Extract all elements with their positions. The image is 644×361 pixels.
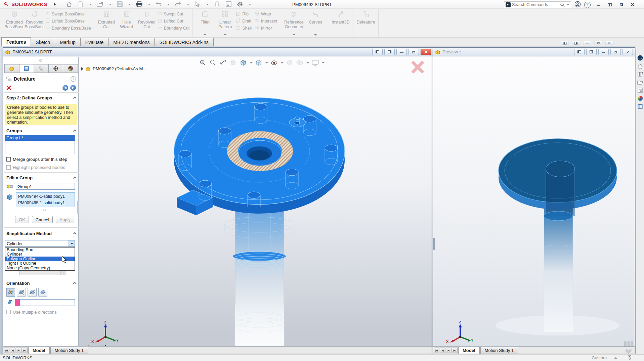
preview-tab-last-button[interactable]: ▶| (452, 348, 458, 353)
wrap-button[interactable]: Wrap (254, 10, 277, 17)
reference-geometry-caret-icon[interactable] (293, 34, 295, 36)
shell-button[interactable]: Shell (235, 25, 252, 32)
file-explorer-icon[interactable] (637, 79, 644, 86)
panel-cancel-icon[interactable] (6, 85, 11, 90)
hole-wizard-button[interactable]: Hole Wizard (117, 10, 136, 37)
taskpane-home-icon[interactable] (637, 62, 644, 70)
linear-pattern-button[interactable]: Linear Pattern (215, 10, 235, 37)
search-input[interactable] (512, 2, 559, 7)
hide-show-items-icon[interactable] (270, 59, 278, 67)
custom-properties-icon[interactable] (637, 103, 644, 110)
extruded-boss-button[interactable]: Extruded Boss/Base (5, 10, 24, 37)
status-expand-icon[interactable] (614, 357, 617, 359)
groups-collapse-icon[interactable] (73, 130, 77, 133)
preview-motion-study-tab[interactable]: Motion Study 1 (480, 347, 518, 354)
view-orientation-caret-icon[interactable] (250, 62, 253, 63)
step-forward-button[interactable]: ▶ (70, 85, 76, 91)
section-view-icon[interactable] (229, 59, 237, 67)
previewwin-split-right-button[interactable] (586, 49, 597, 55)
method-option-none-copy-geometry[interactable]: None (Copy Geometry) (5, 266, 75, 270)
boundary-cut-button[interactable]: Boundary Cut (157, 25, 189, 32)
method-dropdown-icon[interactable] (69, 240, 75, 246)
step-back-button[interactable]: ◀ (62, 85, 68, 91)
curves-button[interactable]: Curves (306, 10, 325, 37)
open-icon[interactable] (97, 1, 103, 8)
docwin-minimize-button[interactable] (396, 49, 407, 55)
previewwin-split-left-button[interactable] (574, 49, 585, 55)
dimxpertmanager-tab[interactable] (49, 64, 63, 73)
touch-mode-icon[interactable] (214, 1, 220, 8)
flyout-feature-tree[interactable]: PM009492 (Default<As M... (81, 66, 146, 71)
bodies-selection-list[interactable]: PM009494-1-solid body1 PM009495-1-solid … (16, 192, 75, 207)
linear-pattern-caret-icon[interactable] (224, 34, 226, 36)
settings-caret-icon[interactable] (249, 4, 251, 5)
tree-expand-icon[interactable] (81, 67, 83, 71)
docwin-close-button[interactable] (421, 49, 431, 55)
view-orientation-icon[interactable] (239, 59, 247, 67)
apply-button[interactable]: Apply (56, 216, 74, 223)
lofted-cut-button[interactable]: Lofted Cut (157, 17, 189, 25)
draft-button[interactable]: Draft (235, 17, 252, 25)
motion-study-tab[interactable]: Motion Study 1 (50, 347, 88, 354)
reference-geometry-button[interactable]: Reference Geometry (283, 10, 305, 37)
account-icon[interactable] (574, 1, 581, 8)
docwin-split-left-button[interactable] (372, 49, 383, 55)
mirror-button[interactable]: Mirror (254, 25, 277, 32)
print-caret-icon[interactable] (148, 4, 151, 5)
bgwin-split-right-button[interactable] (572, 41, 580, 45)
previewwin-close-button[interactable] (622, 49, 633, 55)
undo-icon[interactable] (155, 1, 162, 8)
status-tag-icon[interactable] (626, 355, 631, 361)
tab-markup[interactable]: Markup (55, 38, 81, 46)
hide-show-caret-icon[interactable] (281, 62, 284, 63)
redo-caret-icon[interactable] (187, 4, 189, 5)
appearances-icon[interactable] (637, 95, 644, 102)
orientation-x-button[interactable] (17, 288, 26, 297)
orientation-collapse-icon[interactable] (73, 282, 77, 285)
tab-sketch[interactable]: Sketch (31, 38, 55, 46)
options-list-icon[interactable] (225, 1, 232, 8)
window-splitter[interactable] (433, 238, 435, 250)
intersect-button[interactable]: Intersect (254, 17, 277, 25)
highlight-bodies-checkbox[interactable] (6, 165, 11, 170)
view-settings-icon[interactable] (311, 59, 319, 67)
bodies-resize-grip[interactable] (43, 209, 46, 211)
zoom-fit-icon[interactable] (199, 59, 207, 67)
bgwin-restore-button[interactable] (594, 41, 602, 45)
revolved-boss-button[interactable]: Revolved Boss/Base (25, 10, 44, 37)
design-library-icon[interactable] (637, 71, 644, 78)
edit-appearance-icon[interactable] (286, 59, 294, 67)
new-document-icon[interactable] (77, 1, 84, 8)
preview-tab-first-button[interactable]: |◀ (434, 348, 439, 353)
simplification-method-select[interactable]: Cylinder (5, 240, 75, 247)
multiple-directions-checkbox[interactable] (6, 310, 11, 314)
lofted-boss-button[interactable]: Lofted Boss/Base (45, 17, 91, 25)
app-close-icon[interactable] (631, 3, 634, 6)
preview-model-tab[interactable]: Model (458, 347, 480, 354)
view-settings-caret-icon[interactable] (322, 62, 325, 63)
settings-gear-icon[interactable] (237, 1, 243, 8)
cancel-button[interactable]: Cancel (32, 216, 53, 223)
ok-button[interactable]: OK (15, 216, 29, 223)
search-icon[interactable] (560, 2, 565, 7)
view-palette-icon[interactable] (637, 87, 644, 94)
status-custom-label[interactable]: Custom (592, 355, 607, 360)
method-option-cylinder[interactable]: Cylinder (5, 252, 75, 257)
method-option-bounding-box[interactable]: Bounding Box (5, 247, 75, 252)
configurationmanager-tab[interactable] (34, 64, 49, 73)
select-pointer-icon[interactable] (194, 1, 201, 8)
tab-evaluate[interactable]: Evaluate (80, 38, 109, 46)
search-caret-icon[interactable] (567, 4, 569, 5)
preview-tab-prev-button[interactable]: ◀ (440, 348, 445, 353)
body-item-2[interactable]: PM009495-1-solid body1 (18, 200, 73, 206)
app-restore-icon[interactable] (608, 3, 612, 6)
bgwin-split-left-button[interactable] (561, 41, 569, 45)
featuremanager-tab[interactable] (4, 64, 19, 73)
propertymanager-tab[interactable] (19, 64, 34, 73)
method-collapse-icon[interactable] (73, 232, 77, 236)
tab-solidworks-addins[interactable]: SOLIDWORKS Add-Ins (154, 38, 213, 46)
document-window-titlebar[interactable]: PM009492.SLDPRT (3, 48, 433, 56)
tab-scroll-next-button[interactable]: ▶ (16, 348, 22, 353)
tab-scroll-prev-button[interactable]: ◀ (10, 348, 15, 353)
save-icon[interactable] (116, 1, 123, 8)
